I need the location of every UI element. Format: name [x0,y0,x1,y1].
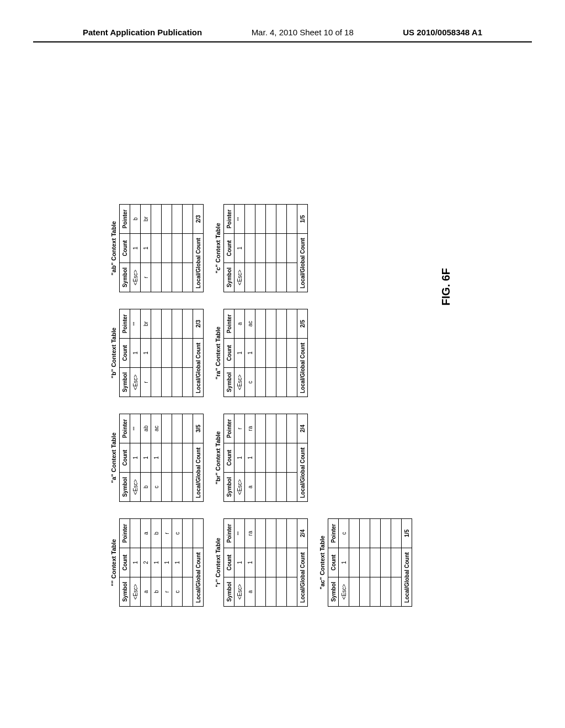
table-row [151,205,162,292]
column-header: Pointer [120,519,130,548]
table-cell [255,519,266,548]
table-cell [172,443,183,473]
table-cell: r [141,368,151,397]
table-cell [370,548,381,577]
table-cell [255,263,266,292]
table-cell [287,519,297,548]
table-cell [183,473,193,502]
table-row [183,309,193,397]
table-row [266,309,276,397]
table-row [287,205,297,292]
footer-value [193,519,204,548]
table-cell [162,473,172,502]
table-cell [130,519,141,548]
table-cell [266,473,276,502]
table-row: <Esc>1"" [130,414,141,502]
column-header: Pointer [120,205,130,234]
table-cell [266,548,276,577]
column-header: Count [224,443,234,473]
table-cell [266,309,276,339]
column-header: Count [328,548,339,577]
table-cell [162,443,172,473]
table: SymbolCountPointer<Esc>1""b1abc1acLocal/… [119,414,204,502]
table-row: a1ra [245,414,255,502]
table-cell [349,519,360,548]
table-cell [172,414,183,443]
table-row [162,205,172,292]
table-cell [245,205,255,234]
table-cell: <Esc> [234,473,245,502]
table-cell [287,309,297,339]
table-cell [255,368,266,397]
table-cell [266,443,276,473]
table-cell [287,577,297,607]
table-cell [287,263,297,292]
table-cell [287,205,297,234]
table-cell [276,473,287,502]
table-row [162,414,172,502]
footer-label: Local/Global Count [297,548,308,607]
table-cell [381,548,391,577]
table: SymbolCountPointer<Esc>1ra1raLocal/Globa… [223,414,308,502]
table-cell: 1 [141,234,151,263]
table-cell: <Esc> [339,577,349,607]
table-cell [172,368,183,397]
table-cell [245,263,255,292]
table-cell [151,309,162,339]
column-header: Pointer [224,414,234,443]
table-cell [255,414,266,443]
table-cell [255,309,266,339]
footer-row: Local/Global Count3/5 [193,414,204,502]
table-row-group: "r" Context TableSymbolCountPointer<Esc>… [215,0,308,607]
table-row [255,519,266,607]
table-cell [370,577,381,607]
table-cell: r [162,519,172,548]
table-cell [183,443,193,473]
table-cell [287,234,297,263]
footer-row: Local/Global Count2/4 [297,414,308,502]
table-cell [360,519,370,548]
column-header: Pointer [120,414,130,443]
column-header: Symbol [224,368,234,397]
footer-label: Local/Global Count [193,234,204,292]
table-cell [151,205,162,234]
table-cell [391,519,402,548]
column-header: Pointer [224,519,234,548]
table-cell [287,339,297,368]
table-row [183,519,193,607]
table-cell [172,339,183,368]
table-cell [172,309,183,339]
table-cell: a [245,577,255,607]
table-cell [276,263,287,292]
table-row: b1ab [141,414,151,502]
table-cell: <Esc> [234,263,245,292]
table-cell: "" [130,309,141,339]
table-cell: 1 [130,234,141,263]
column-header: Symbol [224,473,234,502]
table-cell [255,234,266,263]
table-row: <Esc>1a [234,309,245,397]
table-cell: b [130,205,141,234]
context-table: "ra" Context TableSymbolCountPointer<Esc… [215,309,308,397]
footer-label: Local/Global Count [297,443,308,502]
table-row: <Esc>1c [339,519,349,607]
table-row: <Esc>1"" [234,205,245,292]
column-header: Symbol [120,368,130,397]
column-header: Pointer [328,519,339,548]
footer-label: Local/Global Count [297,339,308,397]
table-cell [391,577,402,607]
table-row [151,309,162,397]
table-cell: 1 [130,548,141,577]
table: SymbolCountPointer<Esc>1cLocal/Global Co… [328,518,412,607]
table: SymbolCountPointer<Esc>1""a1raLocal/Glob… [223,518,308,607]
table-row [276,414,287,502]
table-row [287,309,297,397]
footer-value: 3/5 [193,414,204,443]
footer-row: Local/Global Count2/3 [193,309,204,397]
table-cell [162,368,172,397]
column-header: Symbol [120,473,130,502]
figure-label: FIG. 6F [440,0,452,618]
table-title: "ra" Context Table [215,309,221,397]
footer-row: Local/Global Count1/5 [297,205,308,292]
table-cell: 1 [130,443,141,473]
